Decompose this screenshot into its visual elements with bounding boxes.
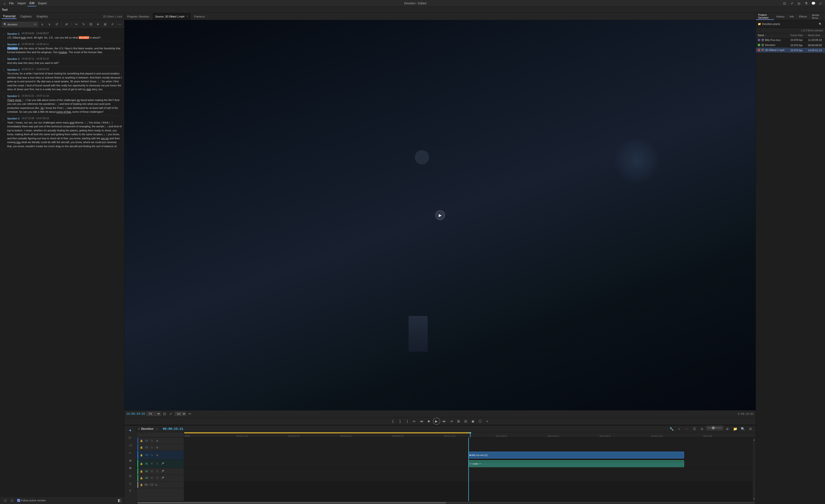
tl-marker-btn[interactable]: ⋯ xyxy=(683,426,690,432)
track-lock-v1-main[interactable]: 🔒 xyxy=(139,453,144,457)
tl-search-btn[interactable]: 🔍 xyxy=(739,426,746,432)
right-tab-effects[interactable]: Effects xyxy=(797,13,810,20)
tab-source-close[interactable]: ✕ xyxy=(186,15,188,18)
step-back-button[interactable]: ⏮ xyxy=(419,418,425,424)
go-to-in-button[interactable]: ⇤ xyxy=(411,418,418,424)
next-mark-button[interactable]: ▷ xyxy=(10,498,15,503)
track-m-a2[interactable]: M xyxy=(150,469,154,474)
file-row-billy-fox[interactable]: 🎬 Billy Fox.mov 23.976 fps 11:23:05:18 xyxy=(756,38,825,43)
entry-menu-3[interactable] xyxy=(2,58,5,65)
tool-trim[interactable]: ⊢ xyxy=(127,449,134,456)
timeline-scrollbar-thumb[interactable] xyxy=(137,502,446,504)
track-mic-a2[interactable]: 🎤 xyxy=(160,469,165,474)
track-eye-v1-2[interactable]: V1 xyxy=(145,445,149,450)
track-lock-a2[interactable]: 🔒 xyxy=(139,469,144,474)
track-vol-v1-main[interactable]: ◉ xyxy=(155,453,159,457)
screen-icon[interactable]: ⊡ xyxy=(782,1,787,6)
tl-add-track-btn[interactable]: + xyxy=(676,426,682,432)
ratio-select[interactable]: 1/2 1/1 Full xyxy=(175,412,186,416)
chain-button[interactable]: ⛓ xyxy=(88,21,93,27)
entry-menu-6[interactable] xyxy=(2,118,5,148)
export-button[interactable]: ↗ xyxy=(109,21,115,27)
tab-source[interactable]: Source: JD Dillard 1.mp4 ✕ xyxy=(152,13,192,20)
track-m-a1[interactable]: M xyxy=(150,462,154,466)
file-row-jd-dillard[interactable]: 🎬 JD Dillard 1.mp4 23.976 fps 14:05:51:1… xyxy=(756,48,825,53)
overwrite-button[interactable]: ⊟ xyxy=(463,418,469,424)
flask-icon[interactable]: ⚗ xyxy=(804,1,809,6)
right-tab-project[interactable]: Project: Devotion xyxy=(756,13,774,20)
go-to-out-button[interactable]: ⇥ xyxy=(448,418,454,424)
tab-program[interactable]: Program: Devotion xyxy=(124,13,152,20)
comment-icon[interactable]: 💬 xyxy=(811,1,816,6)
track-lock-a1[interactable]: 🔒 xyxy=(139,462,144,466)
right-tab-history[interactable]: History xyxy=(774,13,787,20)
merge-button[interactable]: ⊞ xyxy=(102,21,108,27)
clip-audio-a1[interactable]: ~~ Audio ~~ xyxy=(468,460,684,467)
track-eye-a3[interactable]: A3 xyxy=(145,476,149,480)
track-s-a1[interactable]: S xyxy=(155,462,159,466)
track-mic-a3[interactable]: 🎤 xyxy=(160,476,165,480)
menu-item-import[interactable]: Import xyxy=(15,0,27,6)
right-tab-mediabrow[interactable]: Media Brow... xyxy=(810,13,825,20)
file-row-devotion[interactable]: 🎬 Devotion 23.976 fps 00:00:00:00 xyxy=(756,43,825,48)
track-eye-v1-main[interactable]: V1 xyxy=(145,453,149,457)
video-play-overlay[interactable]: ▶ xyxy=(435,210,445,220)
zoom-slider[interactable] xyxy=(707,427,722,428)
timeline-zoom-bar[interactable] xyxy=(706,426,723,430)
col-name-header[interactable]: Name ↑ xyxy=(756,33,789,38)
track-vol-v1-top[interactable]: ◉ xyxy=(155,439,159,443)
entry-menu-5[interactable] xyxy=(2,95,5,114)
expand-ctrl-btn[interactable]: ⤢ xyxy=(168,411,173,416)
track-sync-v1-2[interactable]: ⊡ xyxy=(150,445,154,450)
track-sync-v1-main[interactable]: ⊡ xyxy=(150,453,154,457)
load-btn[interactable]: ◧ xyxy=(117,498,122,503)
tl-zoom-in-btn[interactable]: ⊕ xyxy=(724,426,731,432)
more-options-button[interactable]: ⋯ xyxy=(117,21,122,27)
tool-select[interactable]: ▲ xyxy=(127,426,134,433)
col-framerate-header[interactable]: Frame Rate xyxy=(789,33,806,38)
step-forward-button[interactable]: ⏭ xyxy=(441,418,447,424)
track-s-a2[interactable]: S xyxy=(155,469,159,474)
share-icon[interactable]: ↗ xyxy=(789,1,795,6)
search-input[interactable] xyxy=(7,23,33,26)
camera-button[interactable]: ◉ xyxy=(470,418,476,424)
menu-item-file[interactable]: File xyxy=(7,0,15,6)
clear-search-button[interactable]: ✕ xyxy=(34,23,36,26)
nav-down-button[interactable]: ∨ xyxy=(47,21,52,27)
tab-transcript[interactable]: Transcript xyxy=(2,14,16,19)
entry-menu-2[interactable] xyxy=(2,43,5,54)
stop-button[interactable]: ■ xyxy=(426,418,432,424)
tl-wrench-btn[interactable]: 🔧 xyxy=(668,426,675,432)
clip-billy-fox-v[interactable]: ■ Billy Fox.mov [V] xyxy=(468,451,684,458)
right-tab-info[interactable]: Info xyxy=(787,13,797,20)
track-lock-a3[interactable]: 🔒 xyxy=(139,476,144,480)
add-segment-button[interactable]: ⊕ xyxy=(95,21,101,27)
col-mediastart-header[interactable]: Media Start xyxy=(806,33,825,38)
track-lock-mix[interactable]: 🔒 xyxy=(139,483,144,487)
timeline-bottom-scrollbar[interactable] xyxy=(136,501,756,504)
tab-graphics[interactable]: Graphics xyxy=(35,14,49,19)
mark-out-button[interactable]: } xyxy=(397,418,403,424)
menu-item-export[interactable]: Export xyxy=(36,0,49,6)
tool-zoom[interactable]: ⊕ xyxy=(127,457,134,464)
track-m-a3[interactable]: M xyxy=(150,476,154,480)
tool-marker[interactable]: ◇ xyxy=(127,480,134,487)
nav-up-button[interactable]: ∧ xyxy=(40,21,45,27)
prev-mark-button[interactable]: ◁ xyxy=(2,498,8,503)
tool-text[interactable]: T xyxy=(127,488,134,494)
tool-pan[interactable]: ✥ xyxy=(127,465,134,472)
entry-menu-4[interactable] xyxy=(2,68,5,91)
tool-back[interactable]: ◁ xyxy=(127,442,134,448)
project-search-btn[interactable]: 🔍 xyxy=(817,21,823,27)
track-eye-a2[interactable]: A2 xyxy=(145,469,149,474)
tab-captions[interactable]: Captions xyxy=(19,14,32,19)
track-mic-a1[interactable]: 🎤 xyxy=(160,462,165,466)
track-eye-a1[interactable]: A1 xyxy=(145,462,149,466)
tab-frameio[interactable]: Frame.io xyxy=(192,13,208,20)
track-lock-v1-top[interactable]: 🔒 xyxy=(139,439,144,443)
ruler-area[interactable]: 00:00 00:00:14:23 00:00:29:23 00:00:44:2… xyxy=(184,432,756,437)
pencil-button[interactable]: ✎ xyxy=(81,21,86,27)
menu-item-edit[interactable]: Edit xyxy=(27,0,36,6)
track-sync-v1-top[interactable]: ⊡ xyxy=(150,439,154,443)
tool-forward[interactable]: ▷ xyxy=(127,434,134,441)
